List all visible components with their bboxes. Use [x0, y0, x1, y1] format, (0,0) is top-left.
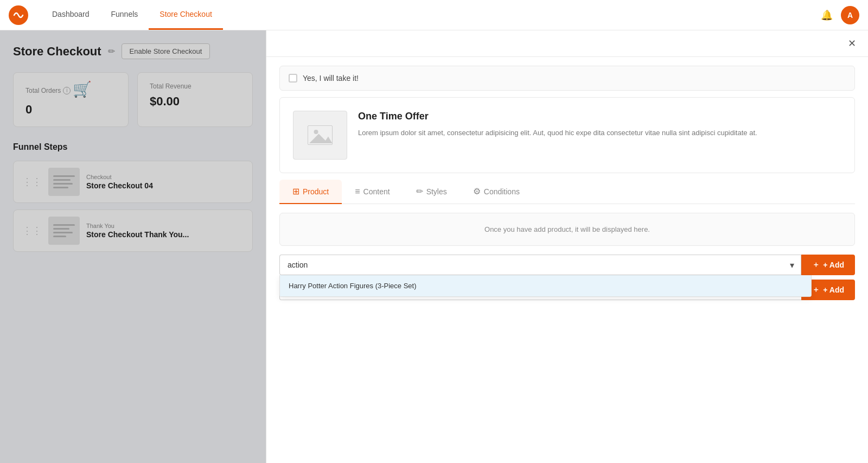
step-info-checkout: Checkout Store Checkout 04 [86, 174, 153, 190]
logo [9, 5, 28, 25]
tab-styles[interactable]: ✏ Styles [403, 180, 460, 204]
tab-product-label: Product [303, 187, 329, 196]
nav-item-store-checkout[interactable]: Store Checkout [149, 0, 223, 30]
tab-product[interactable]: ⊞ Product [279, 180, 342, 204]
funnel-step-checkout[interactable]: ⋮⋮ Checkout Store Checkout 04 [13, 161, 253, 203]
image-placeholder-icon [307, 124, 334, 146]
oto-product-title: One Time Offer [358, 111, 757, 122]
nav-item-dashboard[interactable]: Dashboard [41, 0, 100, 30]
content-tab-icon: ≡ [355, 187, 360, 196]
drag-handle-checkout[interactable]: ⋮⋮ [22, 176, 42, 188]
oto-checkbox[interactable] [289, 74, 297, 83]
tab-content-label: Content [363, 187, 390, 196]
close-button[interactable]: ✕ [844, 36, 859, 51]
tab-conditions[interactable]: ⚙ Conditions [460, 180, 533, 204]
stats-row: Total Orders i 🛒 0 Total Revenue $0.00 [13, 72, 253, 127]
suggestion-item-harry-potter[interactable]: Harry Potter Action Figures (3-Piece Set… [280, 275, 811, 296]
empty-product-notice: Once you have add product, it will be di… [279, 213, 855, 246]
page-title: Store Checkout [13, 45, 101, 59]
stat-card-orders: Total Orders i 🛒 0 [13, 72, 129, 127]
svg-point-3 [314, 130, 318, 134]
panel-header: ✕ [266, 30, 868, 57]
product-search-input[interactable] [279, 255, 783, 275]
step-thumbnail-thankyou [48, 217, 80, 245]
step-type-thankyou: Thank You [86, 223, 189, 229]
oto-image-placeholder [293, 111, 347, 160]
tabs-row: ⊞ Product ≡ Content ✏ Styles ⚙ Condition… [279, 180, 855, 204]
avatar[interactable]: A [841, 6, 859, 24]
panel-body: Yes, I will take it! One Time Offer [266, 57, 868, 463]
search-dropdown-button[interactable]: ▾ [783, 255, 801, 275]
stat-card-revenue: Total Revenue $0.00 [137, 72, 253, 127]
funnel-step-thankyou[interactable]: ⋮⋮ Thank You Store Checkout Thank You... [13, 210, 253, 252]
oto-product-description: Lorem ipsum dolor sit amet, consectetur … [358, 128, 757, 139]
product-tab-content: Once you have add product, it will be di… [279, 204, 855, 309]
info-icon-orders: i [63, 87, 71, 94]
stat-value-revenue: $0.00 [150, 94, 240, 109]
styles-tab-icon: ✏ [416, 186, 423, 196]
step-name-checkout: Store Checkout 04 [86, 181, 153, 190]
page-title-row: Store Checkout ✏ Enable Store Checkout [13, 43, 253, 59]
add-product-label: + Add [823, 261, 844, 269]
nav-items: Dashboard Funnels Store Checkout [41, 0, 223, 30]
search-add-row: ▾ ＋ + Add Harry Potter Action Figures (3… [279, 255, 855, 275]
order-bump-plus-icon: ＋ [812, 285, 820, 295]
oto-product-inner: One Time Offer Lorem ipsum dolor sit ame… [293, 111, 841, 160]
top-navigation: Dashboard Funnels Store Checkout 🔔 A [0, 0, 868, 30]
tab-styles-label: Styles [426, 187, 447, 196]
stat-label-revenue: Total Revenue [150, 83, 240, 90]
funnel-steps-title: Funnel Steps [13, 142, 253, 152]
left-panel: Store Checkout ✏ Enable Store Checkout T… [0, 30, 266, 463]
step-thumbnail-checkout [48, 168, 80, 196]
tab-content[interactable]: ≡ Content [342, 180, 403, 204]
order-bump-add-label: + Add [823, 286, 844, 294]
search-suggestions-dropdown: Harry Potter Action Figures (3-Piece Set… [279, 275, 812, 297]
oto-text: One Time Offer Lorem ipsum dolor sit ame… [358, 111, 757, 139]
cart-icon: 🛒 [73, 80, 92, 98]
step-type-checkout: Checkout [86, 174, 153, 180]
step-info-thankyou: Thank You Store Checkout Thank You... [86, 223, 189, 239]
product-tab-icon: ⊞ [292, 186, 299, 196]
edit-icon[interactable]: ✏ [108, 46, 115, 56]
step-name-thankyou: Store Checkout Thank You... [86, 230, 189, 239]
add-product-button[interactable]: ＋ + Add [801, 255, 855, 275]
right-panel: ✕ Yes, I will take it! [266, 30, 868, 463]
stat-label-orders: Total Orders i 🛒 [25, 83, 116, 98]
oto-checkbox-row: Yes, I will take it! [279, 66, 855, 91]
oto-checkbox-label: Yes, I will take it! [303, 74, 359, 83]
tab-conditions-label: Conditions [484, 187, 520, 196]
add-product-plus-icon: ＋ [812, 260, 820, 270]
search-wrapper: ▾ [279, 255, 801, 275]
nav-right: 🔔 A [819, 6, 859, 24]
stat-value-orders: 0 [25, 103, 116, 117]
enable-store-checkout-button[interactable]: Enable Store Checkout [122, 43, 210, 59]
conditions-tab-icon: ⚙ [473, 186, 481, 196]
drag-handle-thankyou[interactable]: ⋮⋮ [22, 225, 42, 237]
main-layout: Store Checkout ✏ Enable Store Checkout T… [0, 30, 868, 463]
oto-product-card: One Time Offer Lorem ipsum dolor sit ame… [279, 97, 855, 173]
nav-item-funnels[interactable]: Funnels [100, 0, 149, 30]
notification-icon[interactable]: 🔔 [819, 8, 834, 23]
